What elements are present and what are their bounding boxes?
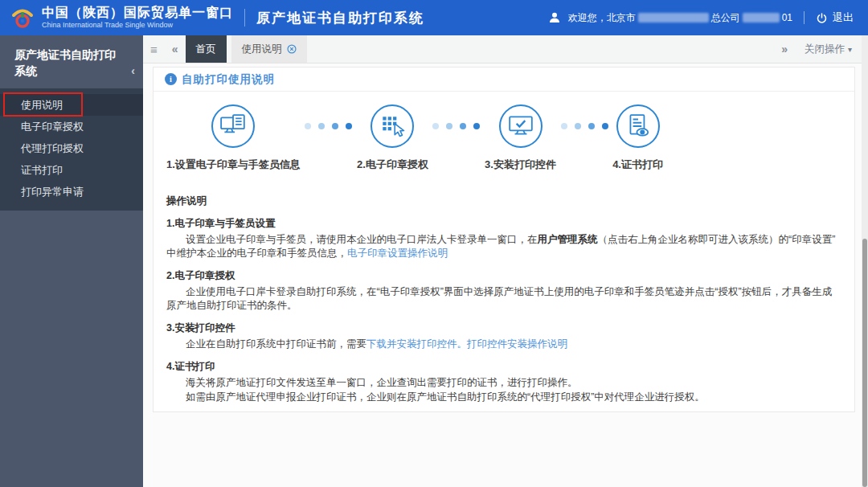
header-divider <box>244 9 245 27</box>
sidebar-item-certificate-print[interactable]: 证书打印 <box>0 159 143 181</box>
paragraph-text: 设置企业电子印章与手签员，请使用本企业的电子口岸法人卡登录单一窗口，在 <box>186 234 538 245</box>
sidebar-collapse-icon[interactable]: ‹ <box>131 63 135 79</box>
app-header: 中国（陕西）国际贸易单一窗口 China International Trade… <box>0 0 868 35</box>
brand-text: 中国（陕西）国际贸易单一窗口 China International Trade… <box>42 6 233 29</box>
sidebar-menu: 使用说明 电子印章授权 代理打印授权 证书打印 打印异常申请 <box>0 88 143 211</box>
step-label: 4.证书打印 <box>612 158 663 172</box>
subsection-heading-4: 4.证书打印 <box>166 360 838 374</box>
tab-bar: ≡ « 首页 使用说明 » 关闭操作 ▾ <box>143 35 862 63</box>
brand-subtitle: China International Trade Single Window <box>42 22 233 30</box>
welcome-text-mid: 总公司 <box>711 11 740 25</box>
sidebar-item-label: 代理打印授权 <box>21 142 84 154</box>
sidebar-item-label: 打印异常申请 <box>21 186 84 198</box>
paragraph-4a: 海关将原产地证打印文件发送至单一窗口，企业查询出需要打印的证书，进行打印操作。 <box>166 376 838 390</box>
sidebar-title: 原产地证书自助打印系统 ‹ <box>0 35 143 88</box>
link-print-control-install-guide[interactable]: 打印控件安装操作说明 <box>467 338 567 350</box>
welcome-text-suffix: 01 <box>782 12 792 23</box>
main-content: i 自助打印使用说明 1.设置电子印章与手签员信息 <box>143 64 862 487</box>
power-icon <box>816 12 828 24</box>
instructions-text: 操作说明 1.电子印章与手签员设置 设置企业电子印章与手签员，请使用本企业的电子… <box>154 183 854 412</box>
close-operations-dropdown[interactable]: 关闭操作 ▾ <box>795 35 862 63</box>
panel-title: 自助打印使用说明 <box>182 72 275 87</box>
sidebar-item-label: 电子印章授权 <box>21 121 84 133</box>
step-connector-dots <box>301 104 357 148</box>
vertical-scrollbar <box>862 35 868 487</box>
sidebar-item-label: 使用说明 <box>21 99 63 111</box>
scrollbar-thumb[interactable] <box>862 239 867 487</box>
logout-button[interactable]: 退出 <box>833 10 854 25</box>
chevron-down-icon: ▾ <box>848 45 852 54</box>
user-icon <box>547 10 562 25</box>
step-2-eseal-authorization: 2.电子印章授权 <box>357 104 428 172</box>
info-icon: i <box>165 73 177 85</box>
scroll-tabs-right-icon[interactable]: » <box>774 35 795 63</box>
sidebar-item-eseal-authorization[interactable]: 电子印章授权 <box>0 116 143 137</box>
brand-logo-icon <box>10 5 35 31</box>
step-connector-dots <box>428 104 485 148</box>
paragraph-1: 设置企业电子印章与手签员，请使用本企业的电子口岸法人卡登录单一窗口，在用户管理系… <box>166 233 838 260</box>
header-divider-2 <box>804 11 805 24</box>
paragraph-3: 企业在自助打印系统中打印证书前，需要下载并安装打印控件。打印控件安装操作说明 <box>166 338 838 351</box>
sidebar-item-usage-guide[interactable]: 使用说明 <box>0 94 143 116</box>
step-label: 2.电子印章授权 <box>357 158 428 172</box>
link-eseal-setup-guide[interactable]: 电子印章设置操作说明 <box>347 248 448 259</box>
tab-label: 使用说明 <box>242 43 282 56</box>
scroll-tabs-left-icon[interactable]: « <box>165 35 186 63</box>
step-1-setup-eseal: 1.设置电子印章与手签员信息 <box>166 104 301 172</box>
sidebar-item-print-exception-request[interactable]: 打印异常申请 <box>0 181 143 203</box>
sidebar-item-label: 证书打印 <box>21 164 63 176</box>
keypad-hand-icon <box>371 104 414 148</box>
tab-home[interactable]: 首页 <box>186 35 227 63</box>
step-label: 1.设置电子印章与手签员信息 <box>166 158 301 172</box>
sidebar: 原产地证书自助打印系统 ‹ 使用说明 电子印章授权 代理打印授权 证书打印 打印… <box>0 35 143 487</box>
welcome-text-prefix: 欢迎您，北京市 <box>568 11 636 25</box>
bold-text-user-management-system: 用户管理系统 <box>538 234 598 245</box>
subsection-heading-1: 1.电子印章与手签员设置 <box>166 217 838 231</box>
paragraph-text: 企业在自助打印系统中打印证书前，需要 <box>186 338 366 350</box>
tab-bar-spacer <box>307 35 775 63</box>
hamburger-icon[interactable]: ≡ <box>143 35 165 63</box>
paragraph-4b: 如需由原产地证代理申报企业打印证书，企业则在原产地证书自助打印系统的“代理打印授… <box>166 391 838 404</box>
close-operations-label: 关闭操作 <box>805 43 845 56</box>
sidebar-title-text: 原产地证书自助打印系统 <box>14 48 116 77</box>
paragraph-2: 企业使用电子口岸卡登录自助打印系统，在“电子印章授权”界面中选择原产地证书上使用… <box>166 285 838 313</box>
usage-guide-panel: i 自助打印使用说明 1.设置电子印章与手签员信息 <box>153 67 855 412</box>
subsection-heading-3: 3.安装打印控件 <box>166 321 838 335</box>
brand-area: 中国（陕西）国际贸易单一窗口 China International Trade… <box>10 5 424 31</box>
subsection-heading-2: 2.电子印章授权 <box>166 269 838 283</box>
system-title: 原产地证书自助打印系统 <box>256 9 424 27</box>
step-connector-dots <box>556 104 612 148</box>
close-tab-icon[interactable] <box>287 44 297 54</box>
step-3-install-print-control: 3.安装打印控件 <box>485 104 556 172</box>
document-eye-icon <box>616 104 660 148</box>
sidebar-item-agent-print-authorization[interactable]: 代理打印授权 <box>0 137 143 159</box>
brand-title: 中国（陕西）国际贸易单一窗口 <box>42 6 233 20</box>
user-area: 欢迎您，北京市 总公司 01 退出 <box>547 10 854 25</box>
tab-usage-guide[interactable]: 使用说明 <box>231 35 307 63</box>
step-4-certificate-print: 4.证书打印 <box>612 104 663 172</box>
redacted-account <box>743 13 780 23</box>
steps-row: 1.设置电子印章与手签员信息 2.电子印章授权 <box>154 92 854 183</box>
redacted-company-name <box>638 13 709 23</box>
monitor-document-icon <box>211 104 255 148</box>
step-label: 3.安装打印控件 <box>485 158 556 172</box>
section-heading-operations: 操作说明 <box>166 194 838 208</box>
monitor-check-icon <box>499 104 542 148</box>
panel-header: i 自助打印使用说明 <box>154 68 854 92</box>
link-download-print-control[interactable]: 下载并安装打印控件。 <box>366 338 467 350</box>
tab-label: 首页 <box>196 43 216 56</box>
